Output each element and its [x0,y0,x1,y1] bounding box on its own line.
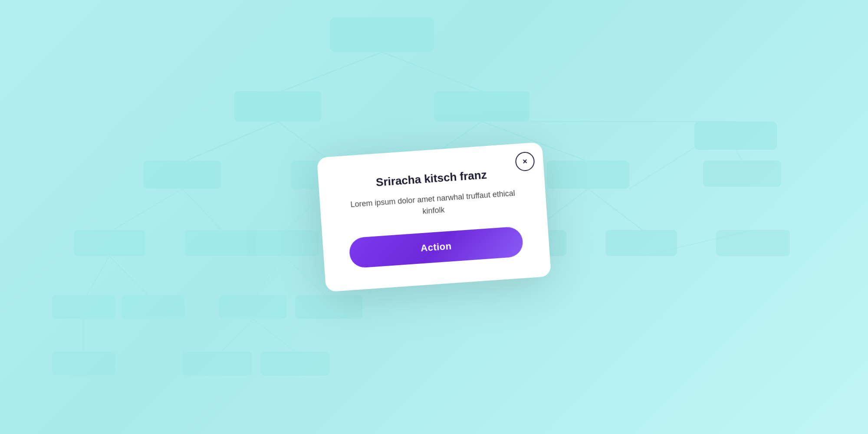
modal-wrapper: × Sriracha kitsch franz Lorem ipsum dolo… [317,142,551,292]
svg-line-45 [642,230,753,256]
svg-rect-37 [182,352,252,375]
svg-rect-9 [143,161,221,189]
svg-rect-31 [219,295,286,319]
svg-rect-0 [330,17,434,52]
svg-line-43 [736,150,742,161]
action-button[interactable]: Action [349,226,524,269]
svg-line-28 [284,256,326,295]
svg-line-2 [382,52,482,91]
svg-rect-20 [184,230,256,256]
svg-line-35 [253,319,295,352]
svg-rect-19 [74,230,145,256]
svg-line-26 [109,256,148,295]
svg-rect-44 [716,230,790,256]
svg-line-18 [588,189,642,230]
svg-rect-38 [260,352,330,375]
svg-rect-21 [247,230,319,256]
svg-line-14 [182,189,221,230]
svg-line-13 [113,189,182,230]
svg-rect-32 [295,295,362,319]
close-button[interactable]: × [515,151,535,172]
svg-rect-3 [234,91,321,122]
svg-rect-12 [547,161,629,189]
svg-rect-30 [122,295,184,319]
svg-rect-24 [605,230,677,256]
svg-line-41 [629,122,736,189]
svg-line-1 [282,52,382,91]
svg-line-27 [256,256,284,295]
svg-line-25 [87,256,109,295]
svg-rect-42 [703,161,781,187]
modal-card: × Sriracha kitsch franz Lorem ipsum dolo… [317,142,551,292]
svg-rect-36 [52,352,115,375]
svg-line-5 [187,122,278,161]
svg-rect-39 [694,122,777,150]
svg-rect-29 [52,295,115,319]
svg-rect-4 [434,91,529,122]
svg-line-34 [221,319,253,352]
svg-line-6 [278,122,330,161]
modal-title: Sriracha kitsch franz [344,165,518,192]
modal-description: Lorem ipsum dolor amet narwhal truffaut … [346,187,521,223]
